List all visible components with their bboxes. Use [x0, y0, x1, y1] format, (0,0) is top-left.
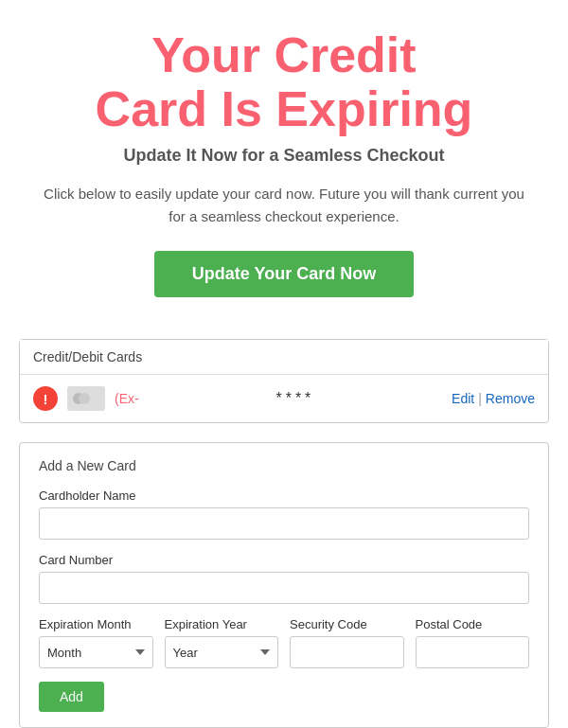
cardholder-name-label: Cardholder Name: [39, 488, 529, 503]
security-code-col: Security Code: [290, 617, 404, 668]
card-number-group: Card Number: [39, 553, 529, 604]
action-separator: |: [478, 391, 482, 406]
expiration-month-col: Expiration Month Month 01 02 03 04 05 06…: [39, 617, 153, 668]
card-masked-number: ****: [149, 390, 442, 407]
card-actions: Edit | Remove: [452, 391, 535, 406]
postal-code-input[interactable]: [416, 636, 530, 668]
description: Click below to easily update your card n…: [38, 183, 530, 228]
credit-debit-card-section: Credit/Debit Cards ! (Ex- **** Edit | Re…: [19, 339, 549, 423]
update-card-cta-button[interactable]: Update Your Card Now: [154, 251, 414, 297]
card-image-icon: [67, 386, 105, 411]
main-title: Your Credit Card Is Expiring: [38, 28, 530, 136]
card-label: (Ex-: [115, 391, 139, 406]
warning-icon: !: [33, 386, 58, 411]
expiration-month-select[interactable]: Month 01 02 03 04 05 06 07 08 09 10 11 1…: [39, 636, 153, 668]
expiration-year-col: Expiration Year Year 2024 2025 2026 2027…: [165, 617, 279, 668]
new-card-header: Add a New Card: [39, 458, 529, 473]
subtitle: Update It Now for a Seamless Checkout: [38, 146, 530, 166]
postal-code-label: Postal Code: [416, 617, 530, 631]
card-number-label: Card Number: [39, 553, 529, 567]
card-number-input[interactable]: [39, 572, 529, 604]
cardholder-name-group: Cardholder Name: [39, 488, 529, 540]
expiration-month-label: Expiration Month: [39, 617, 153, 631]
expiry-security-row: Expiration Month Month 01 02 03 04 05 06…: [39, 617, 529, 668]
header-section: Your Credit Card Is Expiring Update It N…: [0, 0, 568, 339]
security-code-input[interactable]: [290, 636, 404, 668]
postal-code-col: Postal Code: [416, 617, 530, 668]
add-card-button[interactable]: Add: [39, 682, 104, 712]
expiration-year-select[interactable]: Year 2024 2025 2026 2027 2028 2029 2030: [165, 636, 279, 668]
expiration-year-label: Expiration Year: [165, 617, 279, 631]
card-section-header: Credit/Debit Cards: [20, 340, 548, 375]
remove-card-link[interactable]: Remove: [486, 391, 535, 406]
edit-card-link[interactable]: Edit: [452, 391, 474, 406]
add-new-card-section: Add a New Card Cardholder Name Card Numb…: [19, 442, 549, 728]
security-code-label: Security Code: [290, 617, 404, 631]
cardholder-name-input[interactable]: [39, 507, 529, 540]
card-row: ! (Ex- **** Edit | Remove: [20, 375, 548, 422]
